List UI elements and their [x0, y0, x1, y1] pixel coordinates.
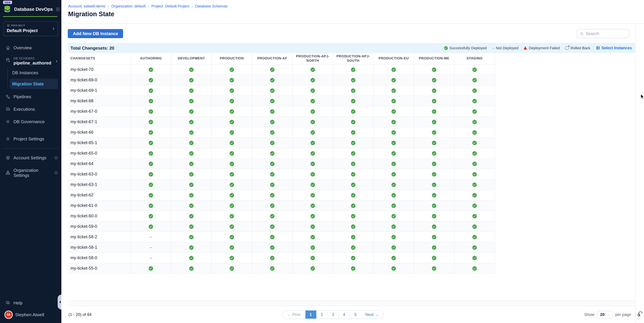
status-cell [171, 242, 212, 252]
add-db-instance-button[interactable]: Add New DB Instance [68, 29, 123, 38]
columns-filter-icon [596, 46, 600, 50]
page-size-control: Show 20 ⌄ per page [584, 311, 631, 318]
changeset-name[interactable]: my-ticket-58-0 [68, 253, 131, 263]
status-success-icon [472, 182, 477, 187]
page-button-3[interactable]: 3 [328, 310, 339, 318]
status-success-icon [230, 67, 234, 72]
sidebar-item-label: Project Settings [14, 136, 44, 141]
changeset-name[interactable]: my-ticket-63-1 [68, 180, 131, 190]
status-success-icon [230, 224, 234, 229]
sidebar-item-executions[interactable]: Executions [0, 104, 61, 114]
status-success-icon [189, 182, 194, 187]
changeset-name[interactable]: my-ticket-64 [68, 159, 131, 169]
status-cell [454, 232, 495, 242]
changeset-name[interactable]: my-ticket-66 [68, 127, 131, 137]
table-row: my-ticket-70 [68, 65, 495, 75]
status-cell [131, 117, 171, 127]
status-success-icon [432, 224, 436, 229]
status-success-icon [351, 172, 356, 176]
changeset-name[interactable]: my-ticket-59-0 [68, 221, 131, 231]
changeset-name[interactable]: my-ticket-62 [68, 190, 131, 200]
status-cell [414, 138, 454, 148]
status-cell [252, 242, 293, 252]
status-success-icon [432, 151, 436, 155]
changeset-name[interactable]: my-ticket-65-1 [68, 138, 131, 148]
breadcrumb-organization-link[interactable]: Organization: default [111, 4, 146, 8]
status-cell [171, 127, 212, 137]
breadcrumb-account-link[interactable]: Account: satwell-demo [68, 4, 105, 8]
table-body: my-ticket-70my-ticket-69-0my-ticket-69-1… [68, 65, 635, 274]
page-size-select[interactable]: 20 ⌄ [597, 311, 612, 318]
select-instances-button[interactable]: Select Instances [596, 46, 632, 50]
sidebar-item-organization-settings[interactable]: Organization Settings [0, 165, 61, 180]
status-success-icon [432, 67, 436, 72]
sidebar-item-db-governance[interactable]: DB Governance [0, 117, 61, 126]
changeset-name[interactable]: my-ticket-58-2 [68, 232, 131, 242]
page-button-4[interactable]: 4 [339, 310, 350, 318]
none-legend-icon: – [492, 46, 494, 50]
status-cell [414, 159, 454, 169]
sidebar-item-db-schemas[interactable]: DB SCHEMAS pipeline_authored [0, 55, 61, 67]
sidebar-collapse-handle[interactable] [58, 295, 61, 309]
project-selector[interactable]: PROJECT Default Project [3, 21, 58, 36]
breadcrumb-database-schemas-link[interactable]: Database Schemas [195, 4, 228, 8]
page-button-1[interactable]: 1 [305, 310, 316, 318]
status-cell [293, 180, 333, 190]
changeset-name[interactable]: my-ticket-69-0 [68, 75, 131, 85]
status-success-icon [392, 162, 396, 166]
breadcrumb-project-link[interactable]: Project: Default Project [152, 4, 189, 8]
status-success-icon [189, 224, 194, 229]
status-cell [454, 221, 495, 231]
chevron-right-icon [52, 27, 55, 31]
status-cell [212, 65, 252, 75]
status-cell [454, 106, 495, 116]
support-chat-icon[interactable] [636, 311, 643, 319]
sidebar-item-db-instances[interactable]: DB Instances [0, 67, 61, 78]
search-input[interactable] [586, 31, 626, 36]
page-button-5[interactable]: 5 [350, 310, 361, 318]
status-cell [333, 148, 374, 158]
changeset-name[interactable]: my-ticket-70 [68, 65, 131, 75]
user-menu[interactable]: SA Stephen Atwell [0, 308, 61, 323]
prev-page-button[interactable]: ← Prev [283, 310, 305, 318]
changeset-name[interactable]: my-ticket-69-1 [68, 85, 131, 96]
column-header-production-af: PRODUCTION-AF [252, 53, 293, 64]
sidebar-item-migration-state[interactable]: Migration State [10, 79, 58, 89]
status-cell [252, 253, 293, 263]
status-cell [414, 169, 454, 179]
app-launcher-grid-icon[interactable] [56, 7, 60, 11]
search-box[interactable] [576, 29, 629, 38]
changeset-name[interactable]: my-ticket-67-0 [68, 106, 131, 116]
status-cell [293, 211, 333, 221]
status-cell [374, 148, 414, 158]
status-cell [454, 200, 495, 211]
status-success-icon [189, 78, 194, 82]
page-button-2[interactable]: 2 [316, 310, 328, 318]
sidebar-item-account-settings[interactable]: Account Settings [0, 153, 61, 163]
next-page-button[interactable]: Next → [361, 310, 383, 318]
status-success-icon [270, 182, 274, 187]
changeset-name[interactable]: my-ticket-58-1 [68, 242, 131, 252]
status-cell [171, 180, 212, 190]
changeset-name[interactable]: my-ticket-55-0 [68, 263, 131, 273]
status-success-icon [189, 193, 194, 197]
search-icon [580, 32, 584, 36]
column-header-changesets: CHANGESETS [68, 53, 131, 64]
changeset-name[interactable]: my-ticket-65-0 [68, 148, 131, 158]
sidebar-item-overview[interactable]: Overview [0, 43, 61, 53]
sidebar-item-help[interactable]: ? Help [0, 298, 61, 308]
status-cell [212, 148, 252, 158]
status-cell [171, 211, 212, 221]
changeset-name[interactable]: my-ticket-61-0 [68, 200, 131, 211]
status-cell [131, 180, 171, 190]
status-cell [212, 138, 252, 148]
sidebar-item-project-settings[interactable]: Project Settings [0, 134, 61, 144]
status-success-icon [392, 266, 396, 270]
changeset-name[interactable]: my-ticket-67-1 [68, 117, 131, 127]
sidebar-item-pipelines[interactable]: Pipelines [0, 92, 61, 101]
status-success-icon [270, 88, 274, 93]
changeset-name[interactable]: my-ticket-60-0 [68, 211, 131, 221]
changeset-name[interactable]: my-ticket-68 [68, 96, 131, 106]
changeset-name[interactable]: my-ticket-63-0 [68, 169, 131, 179]
status-success-icon [392, 99, 396, 103]
